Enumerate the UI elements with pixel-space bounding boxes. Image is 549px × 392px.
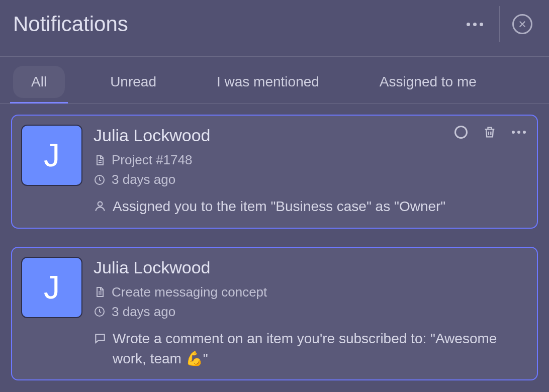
clock-icon (94, 174, 106, 186)
more-icon (467, 23, 483, 26)
time-row: 3 days ago (94, 304, 526, 320)
clock-icon (94, 306, 106, 318)
mark-read-button[interactable] (454, 126, 468, 139)
item-more-button[interactable] (512, 131, 526, 134)
notification-list: J Julia Lockwood Project #1748 3 days ag… (0, 104, 549, 391)
delete-button[interactable] (483, 125, 497, 140)
tab-all[interactable]: All (13, 66, 65, 98)
action-text: Wrote a comment on an item you're subscr… (113, 329, 526, 369)
tabs: All Unread I was mentioned Assigned to m… (0, 57, 549, 104)
document-icon (94, 154, 106, 166)
notification-body: Julia Lockwood Create messaging concept … (94, 257, 526, 369)
notification-item[interactable]: J Julia Lockwood Project #1748 3 days ag… (11, 115, 538, 229)
document-icon (94, 286, 106, 298)
tab-assigned[interactable]: Assigned to me (364, 66, 492, 103)
time-label: 3 days ago (112, 172, 175, 187)
time-label: 3 days ago (112, 304, 175, 320)
notification-item[interactable]: J Julia Lockwood Create messaging concep… (11, 247, 538, 381)
sender-name: Julia Lockwood (94, 258, 526, 277)
action-row: Wrote a comment on an item you're subscr… (94, 329, 526, 369)
item-actions (454, 125, 526, 140)
header-divider (499, 6, 500, 42)
close-icon (512, 14, 532, 34)
action-text: Assigned you to the item "Business case"… (113, 197, 445, 217)
header-actions (461, 6, 536, 42)
avatar: J (21, 257, 82, 318)
context-row: Create messaging concept (94, 284, 526, 300)
context-row: Project #1748 (94, 152, 526, 168)
context-label: Create messaging concept (112, 284, 267, 300)
svg-point-1 (98, 202, 103, 206)
panel-header: Notifications (0, 0, 549, 56)
comment-icon (94, 332, 107, 345)
time-row: 3 days ago (94, 172, 526, 187)
page-title: Notifications (13, 12, 128, 36)
tab-unread[interactable]: Unread (95, 66, 171, 103)
action-row: Assigned you to the item "Business case"… (94, 197, 526, 217)
person-icon (94, 200, 107, 213)
tab-mentioned[interactable]: I was mentioned (202, 66, 334, 103)
context-label: Project #1748 (112, 152, 192, 168)
close-panel-button[interactable] (509, 11, 536, 38)
avatar: J (21, 125, 82, 186)
more-options-button[interactable] (461, 11, 488, 38)
